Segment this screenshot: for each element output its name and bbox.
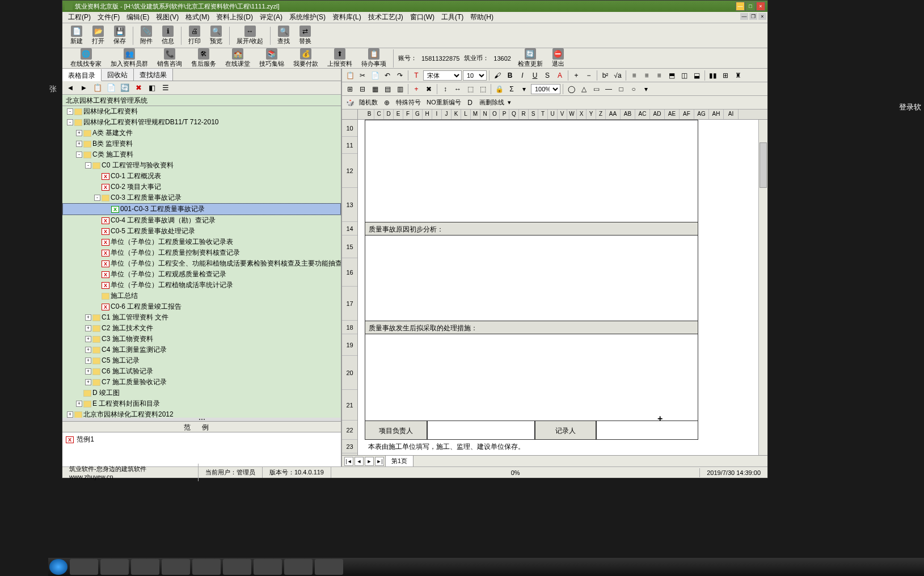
tree-node[interactable]: +A类 基建文件 (62, 128, 341, 138)
col-header[interactable]: F (403, 110, 413, 119)
tree-toggle-icon[interactable]: + (85, 358, 91, 364)
col-header[interactable]: AA (606, 110, 621, 119)
tree-node[interactable]: X单位（子单位）工程植物成活率统计记录 (62, 280, 341, 291)
format-painter-icon[interactable]: 🖌 (492, 70, 503, 81)
row-icon[interactable]: ↕ (440, 83, 451, 95)
col-header[interactable]: I (432, 110, 442, 119)
tree-node[interactable]: X单位（子单位）工程质量竣工验收记录表 (62, 237, 341, 247)
上报资料-button[interactable]: ⬆上报资料 (324, 48, 356, 69)
indent-icon[interactable]: ⬚ (465, 83, 476, 95)
border-icon[interactable]: ▦ (369, 83, 381, 95)
delete-icon[interactable]: ✖ (133, 82, 144, 94)
menu-item[interactable]: 格式(M) (182, 11, 213, 23)
minus-icon[interactable]: − (583, 70, 594, 81)
row-header[interactable]: 21 (342, 390, 357, 421)
tree-node[interactable]: +C6 施工试验记录 (62, 366, 341, 377)
替换-button[interactable]: ⇄替换 (296, 25, 315, 46)
col-header[interactable]: R (519, 110, 529, 119)
shape1-icon[interactable]: ◯ (566, 83, 577, 95)
tree-toggle-icon[interactable]: + (85, 336, 91, 342)
tree-node[interactable]: X单位（子单位）工程安全、功能和植物成活要素检验资料核查及主要功能抽查记录 (62, 258, 341, 269)
zoom-select[interactable]: 100% (531, 84, 560, 94)
menu-item[interactable]: 工程(P) (65, 11, 94, 23)
start-button[interactable] (49, 559, 67, 575)
tree-node[interactable]: XC0-2 项目大事记 (62, 182, 341, 192)
查找-button[interactable]: 🔍查找 (274, 25, 293, 46)
col-header[interactable]: AH (709, 110, 724, 119)
col-header[interactable]: O (490, 110, 500, 119)
mdi-close-icon[interactable]: × (758, 13, 766, 20)
outdent-icon[interactable]: ⬚ (477, 83, 488, 95)
menu-item[interactable]: 窗口(W) (407, 11, 438, 23)
col-header[interactable]: AC (635, 110, 650, 119)
技巧集锦-button[interactable]: 📚技巧集锦 (256, 48, 288, 69)
valign-mid-icon[interactable]: ◫ (678, 70, 690, 81)
在线找专家-button[interactable]: 🌐在线找专家 (67, 48, 105, 69)
tree-toggle-icon[interactable]: - (94, 195, 100, 201)
row-header[interactable]: 15 (342, 236, 357, 258)
row-header[interactable]: 20 (342, 356, 357, 390)
col-header[interactable]: U (548, 110, 558, 119)
align-right-icon[interactable]: ≡ (653, 70, 665, 81)
vertical-scrollbar[interactable] (758, 120, 767, 455)
cell-area-3[interactable] (365, 334, 698, 421)
col-header[interactable]: AE (665, 110, 680, 119)
tree-toggle-icon[interactable]: + (76, 130, 82, 136)
tree-toggle-icon[interactable]: - (67, 108, 73, 115)
row-header[interactable]: 14 (342, 222, 357, 236)
special-char-button[interactable]: 特殊符号 (394, 98, 423, 107)
valign-bot-icon[interactable]: ⬓ (691, 70, 702, 81)
taskbar-item[interactable] (315, 559, 343, 575)
select-all-corner[interactable] (342, 110, 358, 119)
font-color-button[interactable]: A (554, 70, 566, 81)
row-header[interactable]: 10 (342, 120, 357, 137)
col-header[interactable]: B (365, 110, 374, 119)
menu-item[interactable]: 评定(A) (256, 11, 286, 23)
strikeline-button[interactable]: 画删除线 (477, 98, 507, 107)
row-header[interactable]: 17 (342, 287, 357, 321)
打印-button[interactable]: 🖨打印 (185, 25, 204, 46)
row-header[interactable]: 11 (342, 137, 357, 154)
tree-toggle-icon[interactable]: + (85, 314, 91, 321)
highlight-icon[interactable]: √a (612, 70, 623, 81)
shape3-icon[interactable]: ▭ (590, 83, 602, 95)
tree-toggle-icon[interactable]: + (76, 401, 82, 407)
menu-item[interactable]: 技术工艺(J) (365, 11, 407, 23)
tree-toggle-icon[interactable]: + (76, 141, 82, 147)
tree-node[interactable]: +C4 施工测量监测记录 (62, 344, 341, 355)
symbol-icon[interactable]: ⊕ (381, 97, 393, 108)
col-header[interactable]: Q (509, 110, 519, 119)
spreadsheet[interactable]: BCDEFGHIJKLMNOPQRSTUVWXYZAAABACADAEAFAGA… (342, 110, 767, 466)
col-header[interactable]: H (423, 110, 432, 119)
tree-node[interactable]: -园林绿化工程资料 (62, 106, 341, 117)
row-header[interactable]: 18 (342, 321, 357, 334)
col-header[interactable]: AG (694, 110, 709, 119)
tree-toggle-icon[interactable]: + (85, 368, 91, 375)
预览-button[interactable]: 🔍预览 (206, 25, 226, 46)
row22-input1[interactable] (427, 421, 535, 440)
row14-header[interactable]: 质量事故原因初步分析： (365, 222, 698, 236)
align-center-icon[interactable]: ≡ (641, 70, 652, 81)
tree-toggle-icon[interactable]: - (76, 152, 82, 158)
refresh-icon[interactable]: 🔄 (119, 82, 130, 94)
taskbar-item[interactable] (131, 559, 159, 575)
prev-sheet-button[interactable]: ◄ (355, 457, 364, 466)
tree-node[interactable]: +C3 施工物资资料 (62, 334, 341, 344)
sum-icon[interactable]: Σ (506, 83, 517, 95)
taskbar[interactable] (48, 558, 924, 576)
taskbar-item[interactable] (100, 559, 129, 575)
redo-icon[interactable]: ↷ (394, 70, 406, 81)
tree-node[interactable]: +C5 施工记录 (62, 355, 341, 366)
next-sheet-button[interactable]: ► (365, 457, 374, 466)
tree-toggle-icon[interactable]: + (85, 379, 91, 385)
mdi-restore-icon[interactable]: ❐ (749, 13, 757, 20)
col-header[interactable]: P (500, 110, 509, 119)
superscript-icon[interactable]: b² (600, 70, 611, 81)
col-header[interactable]: AI (724, 110, 739, 119)
col-header[interactable]: L (461, 110, 471, 119)
tree-toggle-icon[interactable]: + (85, 325, 91, 331)
nav-back-icon[interactable]: ◄ (65, 82, 76, 94)
tree-node[interactable]: 施工总结 (62, 291, 341, 301)
cell-area[interactable] (365, 120, 698, 222)
col-header[interactable]: X (577, 110, 587, 119)
